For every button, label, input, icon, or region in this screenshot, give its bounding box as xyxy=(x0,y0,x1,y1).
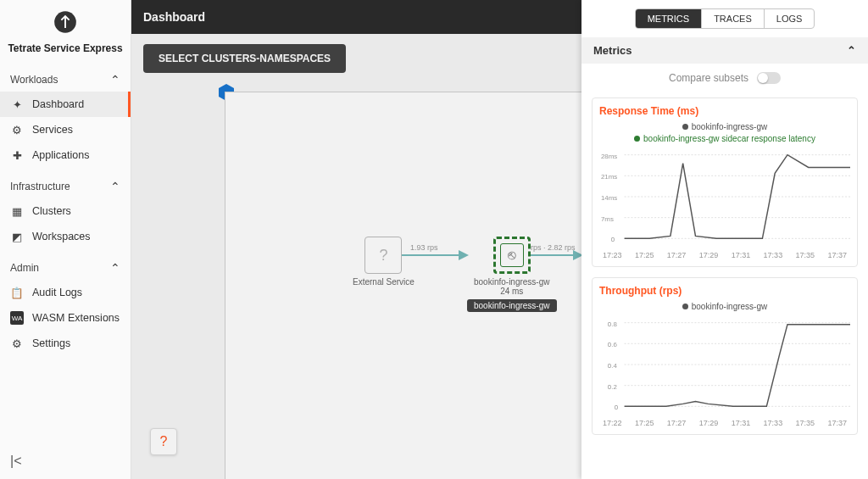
gear-icon: ⚙ xyxy=(10,337,24,350)
nav-section-label: Admin xyxy=(10,262,39,274)
help-button[interactable]: ? xyxy=(150,428,177,455)
response-time-chart: 28ms 21ms 14ms 7ms 0 xyxy=(599,146,850,248)
svg-text:0: 0 xyxy=(615,404,619,411)
dashboard-icon: ✦ xyxy=(10,97,24,111)
node-label: bookinfo-ingress-gw xyxy=(474,277,550,287)
metrics-tabs: METRICS TRACES LOGS xyxy=(635,8,815,29)
nav-section-admin[interactable]: Admin ⌃ xyxy=(0,256,131,280)
tab-traces[interactable]: TRACES xyxy=(702,9,765,28)
clusters-icon: ▦ xyxy=(10,204,24,218)
brand: Tetrate Service Express xyxy=(0,0,131,64)
nav-section-infrastructure[interactable]: Infrastructure ⌃ xyxy=(0,175,131,198)
nav-item-settings[interactable]: ⚙Settings xyxy=(0,331,131,356)
throughput-chart: 0.8 0.6 0.4 0.2 0 xyxy=(599,314,850,415)
node-latency: 24 ms xyxy=(500,287,523,296)
gateway-icon: ⎋ xyxy=(508,248,516,263)
metrics-card-response-time: Response Time (ms) bookinfo-ingress-gw b… xyxy=(592,97,858,267)
node-chip: bookinfo-ingress-gw xyxy=(467,299,557,312)
metrics-card-throughput: Throughput (rps) bookinfo-ingress-gw 0.8… xyxy=(592,277,858,435)
chevron-up-icon: ⌃ xyxy=(110,261,120,275)
nav-item-audit-logs[interactable]: 📋Audit Logs xyxy=(0,280,131,305)
nav-item-label: Settings xyxy=(32,337,70,349)
svg-text:7ms: 7ms xyxy=(601,215,614,223)
svg-text:0.6: 0.6 xyxy=(608,341,618,348)
tab-logs[interactable]: LOGS xyxy=(765,9,815,28)
chevron-up-icon: ⌃ xyxy=(847,44,856,57)
nav-item-label: Services xyxy=(32,124,73,136)
card-title: Throughput (rps) xyxy=(599,285,850,297)
apps-icon: ✚ xyxy=(10,148,24,162)
svg-text:0.8: 0.8 xyxy=(608,320,618,328)
chevron-up-icon: ⌃ xyxy=(110,180,120,193)
svg-text:14ms: 14ms xyxy=(601,194,617,202)
nav-item-clusters[interactable]: ▦Clusters xyxy=(0,198,131,224)
select-clusters-namespaces-button[interactable]: SELECT CLUSTERS-NAMESPACES xyxy=(143,44,346,73)
x-axis-ticks: 17:2217:2517:2717:2917:3117:3317:3517:37 xyxy=(599,419,850,427)
nav-item-wasm[interactable]: WAWASM Extensions xyxy=(0,305,131,331)
collapse-sidebar-button[interactable]: |< xyxy=(0,443,131,479)
svg-text:0.4: 0.4 xyxy=(608,362,618,370)
nav-item-label: Audit Logs xyxy=(32,287,82,298)
svg-text:0: 0 xyxy=(611,236,615,243)
legend-label: bookinfo-ingress-gw sidecar response lat… xyxy=(643,134,815,143)
nav-item-label: WASM Extensions xyxy=(32,312,120,324)
nav-section-workloads[interactable]: Workloads ⌃ xyxy=(0,68,131,92)
node-label: External Service xyxy=(353,277,415,287)
compare-subsets-toggle[interactable] xyxy=(757,72,781,84)
metrics-section-header[interactable]: Metrics ⌃ xyxy=(581,37,868,64)
nav-item-services[interactable]: ⚙Services xyxy=(0,117,131,142)
legend-series-b: bookinfo-ingress-gw sidecar response lat… xyxy=(599,134,850,143)
nav-item-dashboard[interactable]: ✦Dashboard xyxy=(0,92,131,117)
svg-text:28ms: 28ms xyxy=(601,153,617,160)
tab-metrics[interactable]: METRICS xyxy=(636,9,703,28)
metrics-panel: METRICS TRACES LOGS Metrics ⌃ Compare su… xyxy=(581,0,868,479)
help-icon: ? xyxy=(160,434,168,449)
nav-item-applications[interactable]: ✚Applications xyxy=(0,142,131,168)
legend-label: bookinfo-ingress-gw xyxy=(692,302,768,311)
nav-item-label: Dashboard xyxy=(32,98,84,110)
svg-text:0.2: 0.2 xyxy=(608,383,617,391)
svg-text:21ms: 21ms xyxy=(601,173,617,181)
brand-title: Tetrate Service Express xyxy=(7,42,124,54)
edge-label: 1.93 rps xyxy=(410,243,438,252)
page-title: Dashboard xyxy=(143,10,205,24)
nav-item-label: Applications xyxy=(32,149,89,161)
legend-series-a: bookinfo-ingress-gw xyxy=(599,302,850,311)
nav-section-label: Infrastructure xyxy=(10,181,70,192)
sidebar: Tetrate Service Express Workloads ⌃ ✦Das… xyxy=(0,0,131,479)
legend-label: bookinfo-ingress-gw xyxy=(692,122,768,131)
brand-logo-icon xyxy=(53,10,77,34)
compare-subsets-row: Compare subsets xyxy=(581,64,868,92)
nav-item-label: Clusters xyxy=(32,205,71,217)
auditlogs-icon: 📋 xyxy=(10,286,24,299)
legend-series-a: bookinfo-ingress-gw xyxy=(599,122,850,131)
node-external-service[interactable]: ? External Service xyxy=(353,237,415,287)
services-icon: ⚙ xyxy=(10,123,24,136)
node-bookinfo-ingress-gw[interactable]: ⎋ bookinfo-ingress-gw 24 ms bookinfo-ing… xyxy=(467,237,557,312)
nav-item-label: Workspaces xyxy=(32,231,91,242)
question-icon: ? xyxy=(379,247,387,265)
card-title: Response Time (ms) xyxy=(599,105,850,117)
chevron-up-icon: ⌃ xyxy=(110,73,120,86)
metrics-head-label: Metrics xyxy=(593,44,632,57)
nav-section-label: Workloads xyxy=(10,74,58,86)
workspaces-icon: ◩ xyxy=(10,230,24,243)
nav-item-workspaces[interactable]: ◩Workspaces xyxy=(0,224,131,249)
x-axis-ticks: 17:2317:2517:2717:2917:3117:3317:3517:37 xyxy=(599,251,850,259)
compare-label: Compare subsets xyxy=(669,72,748,84)
wasm-icon: WA xyxy=(10,311,24,325)
collapse-icon: |< xyxy=(10,454,22,468)
